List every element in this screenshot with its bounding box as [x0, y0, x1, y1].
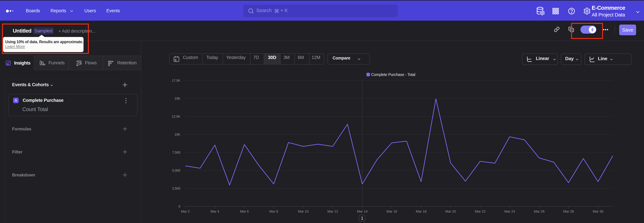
svg-text:Mar 18: Mar 18 — [416, 209, 426, 213]
svg-text:Mar 20: Mar 20 — [445, 209, 456, 213]
svg-text:Mar 2: Mar 2 — [181, 209, 190, 213]
svg-text:Mar 8: Mar 8 — [269, 209, 278, 213]
svg-text:Mar 4: Mar 4 — [210, 209, 219, 213]
svg-text:0: 0 — [178, 204, 180, 208]
svg-text:Mar 10: Mar 10 — [298, 209, 308, 213]
svg-text:5,000: 5,000 — [172, 169, 180, 172]
svg-text:Mar 24: Mar 24 — [504, 209, 515, 213]
svg-text:Mar 22: Mar 22 — [475, 209, 486, 213]
svg-text:12.5K: 12.5K — [172, 115, 180, 118]
svg-text:Complete Purchase - Total: Complete Purchase - Total — [371, 72, 415, 77]
svg-text:Mar 30: Mar 30 — [593, 209, 604, 213]
svg-text:Mar 6: Mar 6 — [240, 209, 249, 213]
svg-text:Mar 14: Mar 14 — [357, 209, 368, 213]
svg-text:15K: 15K — [174, 97, 180, 100]
svg-text:7,500: 7,500 — [172, 151, 180, 154]
svg-text:Mar 28: Mar 28 — [563, 209, 574, 213]
svg-text:10K: 10K — [174, 133, 180, 136]
svg-text:Mar 12: Mar 12 — [327, 209, 338, 213]
svg-text:2,500: 2,500 — [172, 186, 180, 190]
svg-text:Mar 26: Mar 26 — [534, 209, 544, 213]
svg-text:Mar 16: Mar 16 — [386, 209, 397, 213]
svg-text:17.5K: 17.5K — [172, 79, 180, 82]
